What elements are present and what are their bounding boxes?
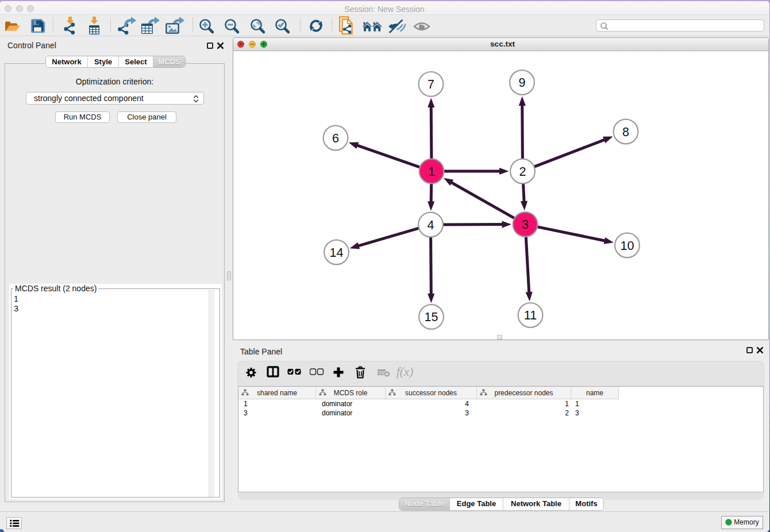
svg-text:15: 15 — [425, 310, 438, 324]
svg-text:8: 8 — [622, 125, 629, 139]
svg-text:14: 14 — [330, 246, 344, 260]
svg-text:10: 10 — [621, 239, 634, 253]
svg-text:6: 6 — [332, 132, 339, 145]
svg-text:9: 9 — [519, 76, 526, 90]
svg-text:1: 1 — [428, 165, 435, 179]
svg-text:11: 11 — [524, 309, 537, 322]
svg-text:2: 2 — [519, 165, 526, 179]
svg-text:7: 7 — [428, 78, 434, 91]
svg-text:3: 3 — [522, 218, 529, 232]
svg-text:4: 4 — [428, 218, 434, 232]
